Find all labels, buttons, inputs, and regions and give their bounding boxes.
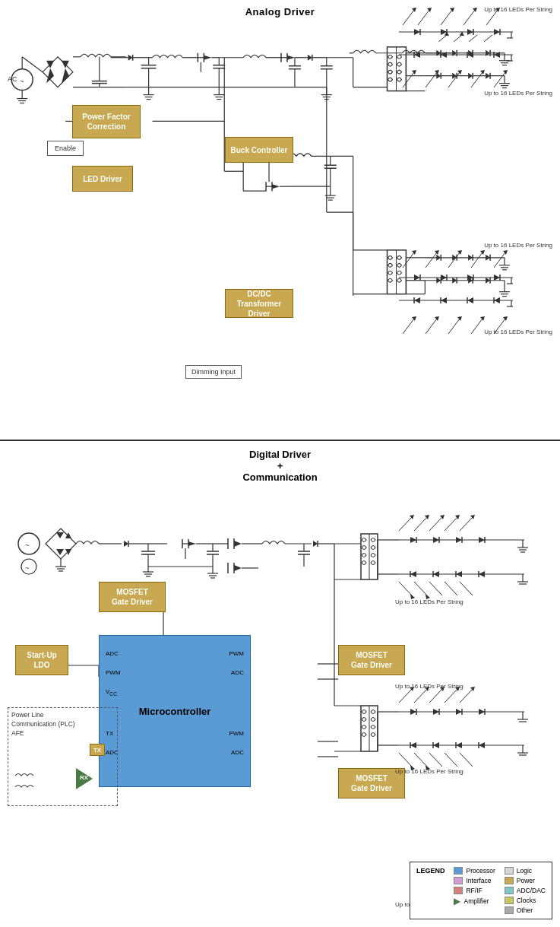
legend-col-2: Logic Power ADC/DAC Clocks Other xyxy=(505,867,546,914)
svg-line-230 xyxy=(471,72,482,87)
led-row-1 xyxy=(399,24,513,40)
dimming-input-box: Dimming Input xyxy=(185,365,242,379)
svg-line-13 xyxy=(22,57,43,72)
led-arrows-3a xyxy=(399,249,509,270)
svg-marker-207 xyxy=(467,29,473,35)
clocks-swatch xyxy=(505,897,514,904)
svg-line-423 xyxy=(414,753,427,767)
svg-line-242 xyxy=(494,252,505,268)
svg-line-268 xyxy=(426,319,437,334)
svg-marker-400 xyxy=(433,709,439,715)
enable-box: Enable xyxy=(47,141,84,156)
svg-marker-357 xyxy=(479,537,485,543)
svg-line-375 xyxy=(399,582,412,595)
svg-marker-398 xyxy=(410,709,416,715)
svg-line-426 xyxy=(445,753,457,767)
svg-line-425 xyxy=(429,753,442,767)
svg-line-7 xyxy=(58,57,73,72)
svg-line-387 xyxy=(399,689,412,703)
adcdac-swatch xyxy=(505,887,514,894)
d-leds-label-bot1: Up to 16 LEDs Per String xyxy=(395,768,464,775)
power-factor-correction-box: Power Factor Correction xyxy=(72,105,141,138)
svg-marker-331 xyxy=(313,541,318,547)
svg-marker-11 xyxy=(46,68,54,84)
svg-marker-260 xyxy=(467,297,473,303)
svg-marker-9 xyxy=(62,68,69,84)
plc-inductor-svg xyxy=(11,768,72,798)
legend-power: Power xyxy=(505,877,546,884)
svg-marker-8 xyxy=(62,61,69,68)
svg-marker-203 xyxy=(414,29,420,35)
svg-line-395 xyxy=(460,689,473,703)
svg-line-234 xyxy=(403,252,414,268)
legend-interface: Interface xyxy=(454,877,495,884)
legend-clocks: Clocks xyxy=(505,897,546,904)
svg-marker-353 xyxy=(433,537,439,543)
svg-marker-214 xyxy=(414,52,420,58)
svg-marker-282 xyxy=(56,549,64,555)
svg-line-427 xyxy=(460,753,473,767)
svg-marker-351 xyxy=(410,537,416,543)
svg-line-238 xyxy=(448,252,460,268)
svg-marker-283 xyxy=(65,532,71,538)
svg-marker-355 xyxy=(456,537,462,543)
adc-label-1: ADC xyxy=(106,650,119,657)
svg-line-421 xyxy=(399,753,412,767)
svg-line-200 xyxy=(486,10,498,25)
svg-line-236 xyxy=(426,252,437,268)
led-driver-box: LED Driver xyxy=(72,166,133,192)
svg-line-380 xyxy=(445,582,457,595)
svg-line-232 xyxy=(494,72,505,87)
svg-marker-251 xyxy=(494,275,500,281)
svg-marker-64 xyxy=(308,55,312,61)
legend-box: LEGEND Processor Interface RF/IF ▶ Ampli xyxy=(410,862,552,919)
svg-marker-304 xyxy=(188,541,196,546)
svg-marker-290 xyxy=(124,541,128,547)
svg-line-274 xyxy=(494,319,505,334)
led-string-label-3: Up to 16 LEDs Per String xyxy=(484,242,552,249)
svg-line-196 xyxy=(441,10,452,25)
svg-line-192 xyxy=(403,10,414,25)
svg-marker-218 xyxy=(467,52,473,58)
svg-line-346 xyxy=(445,517,457,531)
tx-box: TX xyxy=(90,744,105,756)
microcontroller-box: ADC PWM VCC TX ADC PWM ADC PWM ADC Micro… xyxy=(99,635,251,787)
svg-marker-404 xyxy=(479,709,485,715)
svg-marker-284 xyxy=(65,549,71,555)
svg-line-194 xyxy=(418,10,429,25)
svg-marker-368 xyxy=(456,571,462,577)
svg-marker-370 xyxy=(479,571,485,577)
svg-marker-40 xyxy=(204,56,211,60)
rfif-swatch xyxy=(454,887,463,894)
analog-section: Analog Driver ~ xyxy=(0,0,560,441)
led-string-label-2: Up to 16 LEDs Per String xyxy=(484,90,552,97)
svg-marker-281 xyxy=(56,532,64,538)
svg-marker-262 xyxy=(494,297,500,303)
svg-marker-247 xyxy=(441,275,447,281)
rx-amplifier-symbol: RX xyxy=(76,768,93,789)
svg-marker-402 xyxy=(456,709,462,715)
svg-marker-6 xyxy=(43,57,73,87)
ac-label: AC xyxy=(8,75,17,83)
svg-marker-366 xyxy=(433,571,439,577)
legend-header-col: LEGEND xyxy=(416,867,445,914)
analog-schematic-svg: ~ xyxy=(0,0,560,440)
svg-text:~: ~ xyxy=(20,78,24,85)
adc-label-3: ADC xyxy=(231,669,244,676)
d-leds-label-top2: Up to 16 LEDs Per String xyxy=(395,683,464,690)
legend-processor: Processor xyxy=(454,867,495,875)
svg-text:~: ~ xyxy=(25,541,29,549)
svg-line-226 xyxy=(426,72,437,87)
pwm-label-3: PWM xyxy=(229,730,244,737)
digital-schematic-svg: ~ ~ xyxy=(0,441,560,927)
interface-swatch xyxy=(454,877,463,884)
svg-marker-23 xyxy=(128,55,133,61)
page-container: Analog Driver ~ xyxy=(0,0,560,927)
legend-adcdac: ADC/DAC xyxy=(505,887,546,894)
legend-rfif: RF/IF xyxy=(454,887,495,894)
mosfet-gate-driver-2-box: MOSFET Gate Driver xyxy=(338,645,405,675)
svg-marker-256 xyxy=(414,297,420,303)
svg-marker-364 xyxy=(410,571,416,577)
led-arrows-4 xyxy=(399,315,509,336)
svg-line-391 xyxy=(429,689,442,703)
